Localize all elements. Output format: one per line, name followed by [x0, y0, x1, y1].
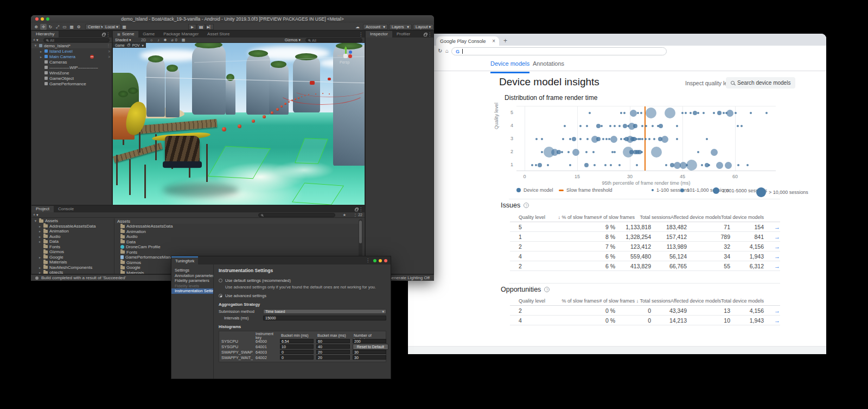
device-model-bubble[interactable]: [586, 138, 589, 140]
table-row[interactable]: 27 %123,412113,989324,156→: [510, 242, 780, 251]
project-search-input[interactable]: [258, 213, 335, 217]
device-model-bubble[interactable]: [676, 125, 678, 127]
device-model-bubble[interactable]: [665, 164, 667, 166]
device-model-bubble[interactable]: [659, 124, 663, 128]
device-model-bubble[interactable]: [592, 151, 595, 153]
device-model-bubble[interactable]: [547, 164, 549, 166]
column-header[interactable]: Quality level: [510, 298, 558, 304]
device-model-bubble[interactable]: [567, 151, 570, 153]
device-model-bubble[interactable]: [746, 164, 749, 166]
column-header[interactable]: % of slow frames: [558, 298, 599, 304]
hierarchy-item[interactable]: ▸Main Camera>: [31, 54, 112, 59]
prefab-arrow-icon[interactable]: >: [108, 49, 110, 53]
device-model-bubble[interactable]: [640, 112, 642, 114]
device-model-bubble[interactable]: [636, 164, 638, 166]
tab-scene[interactable]: ▦Scene: [113, 31, 138, 37]
device-model-bubble[interactable]: [579, 138, 582, 140]
device-model-bubble[interactable]: [750, 112, 752, 114]
device-model-bubble[interactable]: [569, 138, 571, 140]
row-detail-arrow[interactable]: →: [764, 317, 780, 324]
intervals-input[interactable]: 15000: [263, 316, 386, 320]
tool-button-5[interactable]: ▦: [68, 24, 75, 30]
device-model-bubble[interactable]: [572, 149, 579, 156]
device-model-bubble[interactable]: [604, 164, 607, 166]
asset-item[interactable]: Audio: [115, 234, 360, 240]
device-model-bubble[interactable]: [697, 151, 699, 153]
device-model-bubble[interactable]: [584, 163, 589, 167]
scene-search-input[interactable]: All: [305, 38, 362, 42]
column-header[interactable]: ↓ Total sessions: [635, 298, 671, 304]
submission-method-dropdown[interactable]: Time based: [263, 309, 386, 314]
lock-icon[interactable]: [102, 33, 105, 37]
device-model-bubble[interactable]: [765, 112, 768, 114]
num-buckets-input[interactable]: 200: [353, 339, 386, 344]
layers-dropdown[interactable]: Layers▾: [389, 24, 412, 30]
game-view-overlay[interactable]: Game POV ▾: [113, 43, 146, 48]
favorites-icon[interactable]: ★: [343, 213, 346, 217]
device-model-bubble[interactable]: [561, 151, 563, 153]
device-model-bubble[interactable]: [535, 164, 537, 166]
project-folder[interactable]: ▸Google: [31, 255, 114, 260]
device-model-bubble[interactable]: [713, 112, 715, 114]
bucket-min-input[interactable]: 6.54: [280, 339, 314, 344]
scene-viewport[interactable]: Persp Game POV ▾: [113, 43, 365, 205]
device-model-bubble[interactable]: [652, 125, 654, 127]
device-model-bubble[interactable]: [609, 125, 611, 127]
zoom-slider[interactable]: ⋮ 22: [353, 213, 362, 217]
asset-item[interactable]: AddressableAssetsData: [115, 224, 360, 229]
device-model-bubble[interactable]: [562, 138, 564, 140]
hierarchy-item[interactable]: ▸Island Level>: [31, 48, 112, 54]
device-model-bubble[interactable]: [708, 164, 710, 166]
draw-mode-dropdown[interactable]: Shaded ▾: [115, 38, 131, 42]
more-icon[interactable]: ⋮: [359, 207, 363, 212]
device-model-bubble[interactable]: [737, 164, 739, 166]
device-model-bubble[interactable]: [601, 125, 603, 127]
more-icon[interactable]: ⋮: [106, 32, 110, 37]
project-folder[interactable]: Gizmos: [31, 249, 114, 255]
device-model-bubble[interactable]: [535, 138, 538, 140]
device-model-bubble[interactable]: [670, 163, 674, 167]
bucket-min-input[interactable]: 0: [280, 350, 314, 355]
device-model-bubble[interactable]: [681, 112, 684, 114]
column-header[interactable]: Affected device models: [671, 215, 721, 220]
device-model-bubble[interactable]: [641, 125, 643, 127]
sidebar-item-settings[interactable]: Settings: [171, 268, 213, 273]
persp-label[interactable]: Persp: [340, 60, 349, 64]
maximize-window-icon[interactable]: [373, 259, 376, 262]
device-model-bubble[interactable]: [711, 149, 718, 156]
more-icon[interactable]: ⋮: [366, 258, 370, 263]
asset-item[interactable]: Data: [115, 240, 360, 245]
device-model-bubble[interactable]: [618, 164, 621, 166]
device-model-bubble[interactable]: [641, 151, 643, 153]
close-window-icon[interactable]: [35, 17, 39, 21]
table-row[interactable]: 20 %043,349134,156→: [510, 306, 780, 316]
close-window-icon[interactable]: [384, 259, 387, 262]
device-model-bubble[interactable]: [541, 151, 543, 153]
column-header[interactable]: Total sessions: [635, 215, 671, 220]
device-model-bubble[interactable]: [572, 137, 576, 141]
tab-hierarchy[interactable]: Hierarchy: [31, 31, 59, 37]
tool-button-4[interactable]: ▭: [61, 24, 68, 30]
sidebar-item-instrumentation-settings[interactable]: Instrumentation Settings: [171, 288, 213, 294]
search-device-models-button[interactable]: Search device models: [726, 77, 795, 89]
project-root-folder[interactable]: ▼Assets: [31, 218, 114, 224]
tool-button-1[interactable]: ✛: [40, 24, 47, 30]
device-model-bubble[interactable]: [538, 163, 542, 167]
device-model-bubble[interactable]: [723, 112, 725, 114]
device-model-bubble[interactable]: [645, 125, 647, 127]
sidebar-item-fidelity-levels[interactable]: Fidelity levels: [171, 284, 213, 289]
device-model-bubble[interactable]: [610, 136, 617, 143]
project-folder[interactable]: ▸Audio: [31, 234, 114, 240]
column-header[interactable]: Affected device models: [671, 298, 721, 304]
project-folder[interactable]: Materials: [31, 260, 114, 265]
device-model-bubble[interactable]: [703, 112, 705, 114]
more-icon[interactable]: ⋮: [427, 32, 432, 37]
sidebar-item-fidelity-parameters[interactable]: Fidelity parameters: [171, 278, 213, 284]
column-header[interactable]: # of slow frames: [599, 215, 635, 220]
device-model-bubble[interactable]: [661, 136, 668, 143]
hierarchy-item[interactable]: GameObject: [31, 75, 112, 81]
create-menu[interactable]: + ▾: [33, 38, 39, 42]
maximize-window-icon[interactable]: [46, 17, 49, 21]
num-buckets-input[interactable]: 30: [353, 355, 386, 360]
hierarchy-item[interactable]: --------------WIP--------------: [31, 65, 112, 70]
